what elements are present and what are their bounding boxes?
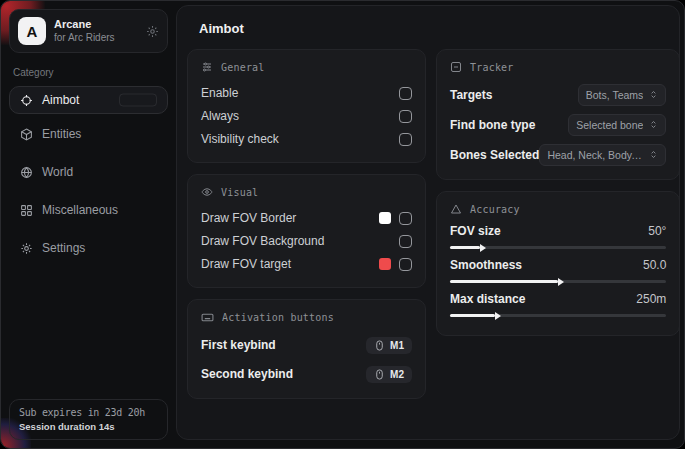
sidebar-item-settings[interactable]: Settings (9, 234, 168, 262)
setting-row-always: Always (201, 105, 412, 127)
setting-label: Enable (201, 86, 238, 100)
activation-card: Activation buttons First keybind (187, 299, 426, 399)
sidebar-item-world[interactable]: World (9, 158, 168, 186)
general-card-header: General (201, 61, 412, 73)
sidebar-item-entities[interactable]: Entities (9, 120, 168, 148)
setting-label: Find bone type (450, 118, 535, 132)
setting-row-bones-selected: Bones Selected Head, Neck, Body, Pe.. (450, 142, 666, 167)
sidebar-item-aimbot[interactable]: Aimbot (9, 86, 168, 114)
app-window: A Arcane for Arc Riders Category (0, 0, 685, 449)
setting-label: Draw FOV Background (201, 234, 324, 248)
card-title: Activation buttons (222, 312, 334, 323)
sidebar-item-miscellaneous[interactable]: Miscellaneous (9, 196, 168, 224)
keybind-value: M1 (390, 340, 404, 351)
smoothness-slider[interactable] (450, 280, 666, 283)
scan-icon (450, 61, 462, 73)
category-label: Category (13, 67, 164, 78)
slider-fill (450, 280, 558, 283)
setting-label: Max distance (450, 292, 525, 306)
setting-label: FOV size (450, 224, 501, 238)
max-distance-slider[interactable] (450, 314, 666, 317)
mouse-icon (374, 369, 385, 380)
app-name: Arcane (54, 18, 138, 32)
slider-thumb[interactable] (558, 278, 564, 286)
setting-row-draw-fov-target: Draw FOV target (201, 253, 412, 275)
setting-row-draw-fov-border: Draw FOV Border (201, 207, 412, 229)
cube-icon (20, 128, 33, 141)
setting-label: Draw FOV target (201, 257, 291, 271)
sidebar-nav: Aimbot Entities World (9, 86, 168, 266)
accuracy-card-header: Accuracy (450, 203, 666, 215)
first-keybind-button[interactable]: M1 (366, 337, 412, 354)
left-column: General Enable Always Visibility check (187, 49, 426, 399)
slider-fill (450, 246, 480, 249)
setting-label: Visibility check (201, 132, 279, 146)
dropdown-value: Head, Neck, Body, Pe.. (547, 149, 643, 161)
sidebar: A Arcane for Arc Riders Category (1, 1, 176, 448)
fov-border-color-swatch[interactable] (379, 212, 391, 224)
gear-icon (20, 242, 33, 255)
sidebar-item-label: Aimbot (42, 93, 79, 107)
dropdown-value: Bots, Teams (586, 89, 644, 101)
globe-icon (20, 166, 33, 179)
setting-row-smoothness: Smoothness 50.0 (450, 258, 666, 283)
find-bone-type-dropdown[interactable]: Selected bone (568, 114, 666, 136)
second-keybind-button[interactable]: M2 (366, 366, 412, 383)
brand-card: A Arcane for Arc Riders (9, 9, 168, 53)
setting-label: Bones Selected (450, 148, 539, 162)
card-title: Accuracy (470, 204, 520, 215)
crosshair-icon (20, 94, 33, 107)
setting-row-enable: Enable (201, 82, 412, 104)
setting-row-first-keybind: First keybind M1 (201, 333, 412, 357)
expand-icon (649, 149, 658, 160)
sliders-icon (201, 61, 213, 73)
brand-text: Arcane for Arc Riders (54, 18, 138, 44)
setting-label: First keybind (201, 338, 276, 352)
setting-row-find-bone-type: Find bone type Selected bone (450, 112, 666, 137)
slider-value: 250m (636, 292, 666, 306)
right-column: Tracker Targets Bots, Teams (436, 49, 680, 336)
setting-row-draw-fov-background: Draw FOV Background (201, 230, 412, 252)
subscription-expiry: Sub expires in 23d 20h (19, 407, 158, 418)
enable-checkbox[interactable] (399, 87, 412, 100)
main-panel: Aimbot General (176, 5, 680, 440)
visibility-check-checkbox[interactable] (399, 133, 412, 146)
gear-icon[interactable] (146, 25, 159, 38)
setting-row-second-keybind: Second keybind M2 (201, 362, 412, 386)
slider-fill (450, 314, 495, 317)
general-card: General Enable Always Visibility check (187, 49, 426, 163)
draw-fov-target-checkbox[interactable] (399, 258, 412, 271)
slider-thumb[interactable] (480, 244, 486, 252)
tracker-card-header: Tracker (450, 61, 666, 73)
slider-value: 50.0 (643, 258, 666, 272)
keyboard-icon (201, 311, 214, 324)
subscription-card: Sub expires in 23d 20h Session duration … (9, 399, 168, 440)
draw-fov-background-checkbox[interactable] (399, 235, 412, 248)
fov-size-slider[interactable] (450, 246, 666, 249)
app-logo: A (18, 17, 46, 45)
page-title: Aimbot (199, 21, 670, 36)
slider-thumb[interactable] (495, 312, 501, 320)
grid-icon (20, 204, 33, 217)
setting-row-max-distance: Max distance 250m (450, 292, 666, 317)
bones-selected-dropdown[interactable]: Head, Neck, Body, Pe.. (539, 144, 666, 166)
card-title: General (221, 62, 265, 73)
draw-fov-border-checkbox[interactable] (399, 212, 412, 225)
app-subtitle: for Arc Riders (54, 32, 138, 45)
accuracy-card: Accuracy FOV size 50° (436, 191, 680, 336)
visual-card: Visual Draw FOV Border Draw FOV Backgrou… (187, 174, 426, 288)
targets-dropdown[interactable]: Bots, Teams (578, 84, 667, 106)
always-checkbox[interactable] (399, 110, 412, 123)
setting-label: Targets (450, 88, 492, 102)
sidebar-item-label: World (42, 165, 73, 179)
setting-label: Smoothness (450, 258, 522, 272)
visual-card-header: Visual (201, 186, 412, 198)
card-title: Tracker (470, 62, 514, 73)
fov-target-color-swatch[interactable] (379, 258, 391, 270)
mouse-icon (374, 340, 385, 351)
dropdown-value: Selected bone (576, 119, 643, 131)
setting-row-visibility-check: Visibility check (201, 128, 412, 150)
tracker-card: Tracker Targets Bots, Teams (436, 49, 680, 180)
eye-icon (201, 186, 213, 198)
keybind-value: M2 (390, 369, 404, 380)
